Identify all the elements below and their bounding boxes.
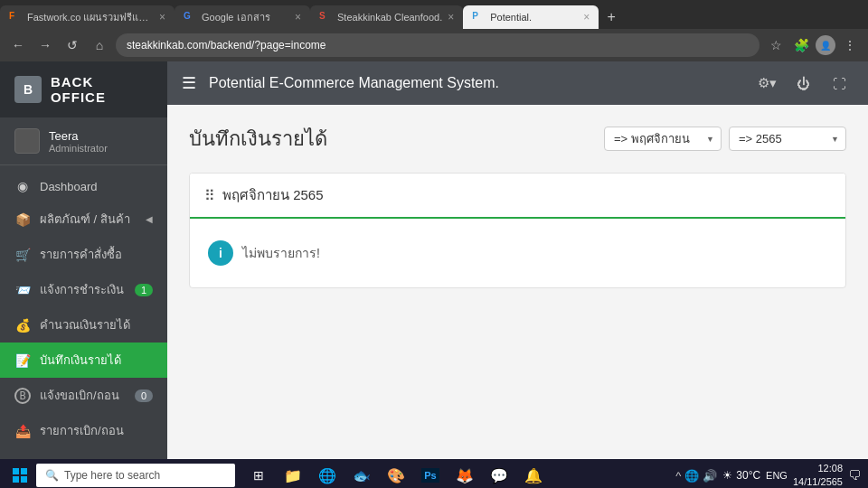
weather-widget: ☀ 30°C [722,469,760,482]
tab-favicon-google: G [184,11,196,23]
sidebar-logo: B [14,76,42,103]
back-button[interactable]: ← [7,34,29,56]
photos-icon: 🎨 [387,467,405,484]
tab-title-potential: Potential. [490,12,532,23]
tab-bar: F Fastwork.co แผนรวมฟรีแลนซ์คุณ... × G G… [0,0,868,29]
sidebar-user: Teera Administrator [0,117,167,165]
tab-steak[interactable]: S Steakkinkab Cleanfood. × [310,5,463,29]
sidebar-item-products[interactable]: 📦 ผลิตภัณฑ์ / สินค้า ◀ [0,202,167,237]
tab-google[interactable]: G Google เอกสาร × [175,5,310,29]
chevron-up-icon[interactable]: ^ [675,469,681,483]
weather-temp: 30°C [736,469,760,482]
new-tab-button[interactable]: + [599,5,624,29]
tab-close-fastwork[interactable]: × [159,11,165,23]
month-filter[interactable]: => มกราคม=> กุมภาพันธ์=> มีนาคม=> เมษายน… [604,127,722,151]
volume-icon[interactable]: 🔊 [703,469,717,483]
taskbar-search-box[interactable]: 🔍 Type here to search [36,464,235,487]
nav-icons: ☆ 🧩 👤 ⋮ [765,34,861,56]
products-icon: 📦 [14,212,31,227]
language-indicator: ENG [766,470,788,481]
page-content: บันทึกเงินรายได้ => มกราคม=> กุมภาพันธ์=… [167,105,868,459]
taskbar-clock[interactable]: 12:08 14/11/2565 [793,462,843,488]
action-center-icon[interactable]: 🗨 [848,468,861,483]
sidebar-item-stats[interactable]: 📊 สถิติและรายงาน ◀ [0,448,167,459]
arrow-icon: ◀ [146,214,153,224]
top-bar: ☰ Potential E-Commerce Management System… [167,61,868,105]
sidebar-item-label: บันทึกเงินรายได้ [40,351,153,370]
year-filter[interactable]: => 2563=> 2564=> 2565=> 2566 [729,127,846,151]
taskbar-fox[interactable]: 🦊 [448,459,481,488]
foxit-icon: 🦊 [456,467,474,484]
taskbar-explorer[interactable]: 📁 [277,459,309,488]
taskbar-date-display: 14/11/2565 [793,475,843,488]
page-header: บันทึกเงินรายได้ => มกราคม=> กุมภาพันธ์=… [189,123,846,155]
sidebar-item-label: แจ้งการชำระเงิน [40,280,126,299]
sidebar-item-dashboard[interactable]: ◉ Dashboard [0,171,167,202]
sidebar-item-record-income[interactable]: 📝 บันทึกเงินรายได้ [0,343,167,378]
sidebar-item-notify-withdraw[interactable]: B แจ้งขอเบิก/ถอน 0 [0,378,167,413]
tab-favicon-potential: P [472,11,485,23]
tab-close-potential[interactable]: × [583,11,590,23]
sidebar: B BACK OFFICE Teera Administrator ◉ Dash… [0,61,167,459]
card-body: i ไม่พบรายการ! [190,219,845,287]
tab-potential[interactable]: P Potential. × [463,5,599,29]
sidebar-item-label: รายการคำสั่งซื้อ [40,245,153,264]
power-button[interactable]: ⏻ [788,69,817,98]
taskbar-edge[interactable]: 🌐 [311,459,344,488]
extensions-button[interactable]: 🧩 [790,34,812,56]
start-button[interactable] [7,463,33,488]
settings-button[interactable]: ⚙▾ [752,69,781,98]
address-bar[interactable] [116,33,760,57]
month-filter-wrap: => มกราคม=> กุมภาพันธ์=> มีนาคม=> เมษายน… [604,127,722,151]
user-avatar [14,128,40,154]
taskbar-line[interactable]: 💬 [483,459,515,488]
power-icon: ⏻ [797,76,810,91]
menu-toggle-button[interactable]: ☰ [182,73,196,93]
sidebar-item-orders[interactable]: 🛒 รายการคำสั่งซื้อ [0,237,167,272]
app-container: B BACK OFFICE Teera Administrator ◉ Dash… [0,61,868,459]
orders-icon: 🛒 [14,248,31,262]
taskbar-task-view[interactable]: ⊞ [242,459,275,488]
network-icon[interactable]: 🌐 [684,469,699,483]
sidebar-item-list-withdraw[interactable]: 📤 รายการเบิก/ถอน [0,413,167,448]
list-withdraw-icon: 📤 [14,424,31,438]
taskbar-right: ^ 🌐 🔊 ☀ 30°C ENG 12:08 14/11/2565 🗨 [675,462,861,488]
task-view-icon: ⊞ [253,468,264,483]
sidebar-item-notify-payment[interactable]: 📨 แจ้งการชำระเงิน 1 [0,272,167,307]
notify-payment-badge: 1 [135,284,153,296]
notify-withdraw-icon: B [14,388,31,404]
sidebar-item-label: ผลิตภัณฑ์ / สินค้า [40,210,137,229]
browser-menu-button[interactable]: ⋮ [839,34,861,56]
forward-button[interactable]: → [34,34,56,56]
tab-close-google[interactable]: × [295,11,301,23]
taskbar-ps[interactable]: Ps [414,459,447,488]
browser-chrome: F Fastwork.co แผนรวมฟรีแลนซ์คุณ... × G G… [0,0,868,61]
card-header-title: พฤศจิกายน 2565 [222,184,324,206]
no-data-container: i ไม่พบรายการ! [208,240,827,266]
explorer-icon: 📁 [284,467,302,484]
tab-fastwork[interactable]: F Fastwork.co แผนรวมฟรีแลนซ์คุณ... × [0,5,175,29]
no-data-text: ไม่พบรายการ! [242,243,320,263]
store-icon: 🐟 [353,467,371,484]
sidebar-item-calc-income[interactable]: 💰 คำนวณเงินรายได้ [0,307,167,343]
tab-title-google: Google เอกสาร [202,9,270,25]
taskbar-notification[interactable]: 🔔 [517,459,550,488]
bookmark-button[interactable]: ☆ [765,34,787,56]
fullscreen-button[interactable]: ⛶ [825,69,854,98]
photoshop-icon: Ps [421,468,439,483]
taskbar-time-display: 12:08 [793,462,843,475]
home-button[interactable]: ⌂ [89,34,110,56]
year-filter-wrap: => 2563=> 2564=> 2565=> 2566 [729,127,846,151]
user-name: Teera [49,129,108,143]
sidebar-nav: ◉ Dashboard 📦 ผลิตภัณฑ์ / สินค้า ◀ 🛒 ราย… [0,165,167,459]
main-content: ☰ Potential E-Commerce Management System… [167,61,868,459]
system-tray-icons: ^ 🌐 🔊 [675,469,717,483]
tab-close-steak[interactable]: × [448,11,454,23]
taskbar-store[interactable]: 🐟 [345,459,378,488]
reload-button[interactable]: ↺ [61,34,83,56]
app-title: Potential E-Commerce Management System. [209,75,499,91]
profile-avatar[interactable]: 👤 [816,35,835,55]
tab-favicon-steak: S [319,11,332,23]
taskbar: 🔍 Type here to search ⊞ 📁 🌐 🐟 🎨 Ps 🦊 💬 🔔… [0,459,868,488]
taskbar-photos[interactable]: 🎨 [380,459,412,488]
